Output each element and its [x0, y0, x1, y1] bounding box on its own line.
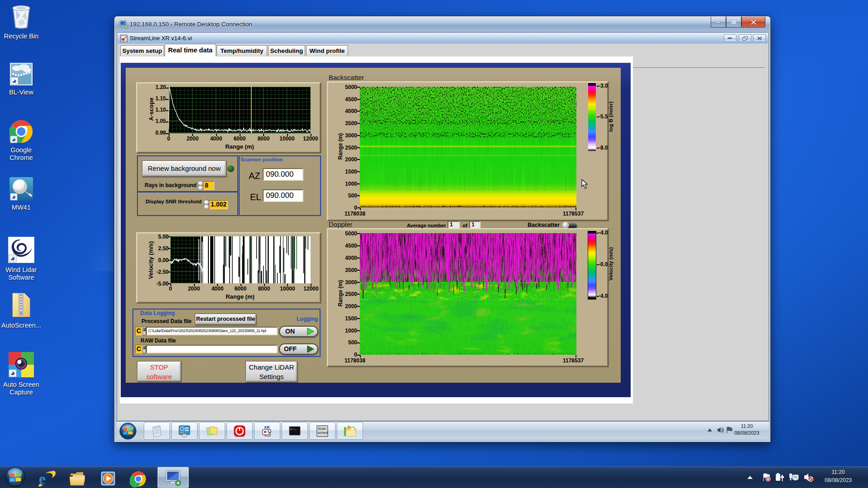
svg-text:XR: XR [264, 425, 270, 430]
svg-text:Scan: Scan [318, 427, 326, 431]
svg-text:C:\_: C:\_ [290, 428, 297, 431]
svg-text:sched: sched [318, 431, 327, 435]
